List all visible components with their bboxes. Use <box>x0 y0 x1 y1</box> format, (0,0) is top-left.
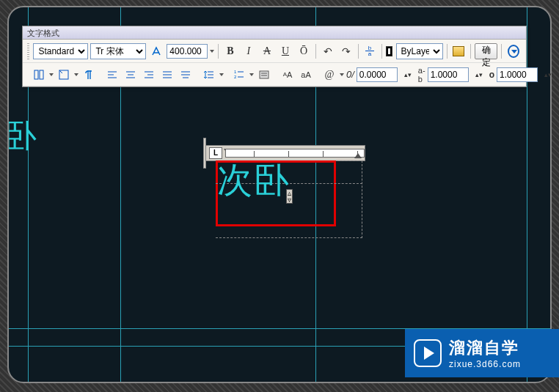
line-spacing-icon <box>203 69 215 81</box>
options-button[interactable] <box>505 43 522 59</box>
insert-field-button[interactable] <box>256 67 272 83</box>
separator <box>501 44 502 59</box>
right-indent[interactable] <box>354 153 362 158</box>
lowercase-button[interactable]: aA <box>298 67 314 83</box>
align-right-button[interactable] <box>141 67 157 83</box>
italic-button[interactable]: I <box>241 43 257 59</box>
toolbar-row-2: 12 AA aA @ 0/ ▴▾ a-b ▴▾ o ▴▾ <box>23 63 526 86</box>
mtext-content[interactable]: 次卧 <box>217 157 291 204</box>
column-resize-handle[interactable]: ▵ ▿ <box>286 189 293 204</box>
guide-line-v <box>527 7 527 382</box>
paragraph-button[interactable] <box>81 67 97 83</box>
align-center-button[interactable] <box>123 67 139 83</box>
separator <box>381 44 382 59</box>
fraction-icon: ba <box>365 45 374 56</box>
separator <box>218 44 219 59</box>
watermark-title: 溜溜自学 <box>449 337 521 359</box>
width-factor-label: o <box>489 70 494 80</box>
align-distribute-icon <box>180 69 191 81</box>
dropdown-arrow-icon[interactable] <box>49 67 54 83</box>
align-center-icon <box>125 69 136 81</box>
arrow-down-icon: ▿ <box>287 196 292 203</box>
ruler-icon <box>453 46 464 56</box>
svg-text:1: 1 <box>234 70 237 74</box>
separator <box>470 44 471 59</box>
underline-button[interactable]: U <box>277 43 293 59</box>
spinner-icon[interactable]: ▴▾ <box>540 67 556 83</box>
tracking-input[interactable] <box>428 67 469 82</box>
mtext-justify-button[interactable] <box>56 67 72 83</box>
symbol-button[interactable]: @ <box>321 67 337 83</box>
annotative-button[interactable] <box>148 43 164 59</box>
columns-button[interactable] <box>31 67 47 83</box>
spinner-icon[interactable]: ▴▾ <box>471 67 487 83</box>
separator <box>315 44 316 59</box>
align-distribute-button[interactable] <box>178 67 194 83</box>
svg-rect-26 <box>260 71 268 78</box>
annotative-icon <box>150 45 162 57</box>
align-right-icon <box>143 69 155 81</box>
oblique-label: 0/ <box>346 69 354 80</box>
dropdown-arrow-icon[interactable] <box>74 67 78 83</box>
separator <box>447 44 447 59</box>
uppercase-button[interactable]: AA <box>280 67 296 83</box>
svg-rect-1 <box>40 70 43 79</box>
oblique-input[interactable] <box>357 67 398 82</box>
svg-text:2: 2 <box>234 75 237 79</box>
line-spacing-button[interactable] <box>201 67 217 83</box>
grip-icon[interactable] <box>27 43 29 59</box>
tracking-label: a-b <box>418 66 425 84</box>
separator <box>358 44 359 59</box>
watermark: 溜溜自学 zixue.3d66.com <box>405 329 559 377</box>
svg-line-3 <box>59 70 62 73</box>
numbering-icon: 12 <box>233 69 245 81</box>
columns-icon <box>33 69 45 81</box>
text-style-select[interactable]: Standard <box>33 43 88 59</box>
text-format-toolbar: 文字格式 Standard Tr 宋体 B I A U Ō ↶ ↷ ba <box>22 26 527 87</box>
align-left-button[interactable] <box>104 67 120 83</box>
stack-button[interactable]: ba <box>362 43 378 59</box>
ruler-toggle-button[interactable] <box>450 43 467 59</box>
justify-icon <box>58 69 70 81</box>
overline-button[interactable]: Ō <box>296 43 312 59</box>
ok-button[interactable]: 确定 <box>475 43 498 59</box>
redo-button[interactable]: ↷ <box>338 43 354 59</box>
adjacent-text: 卧 <box>7 114 37 158</box>
svg-rect-0 <box>34 70 38 79</box>
align-justify-button[interactable] <box>159 67 175 83</box>
numbering-button[interactable]: 12 <box>231 67 247 83</box>
align-left-icon <box>106 69 118 81</box>
font-select[interactable]: Tr 宋体 <box>90 43 146 59</box>
mtext-editor[interactable]: L 次卧 ▵ ▿ <box>205 145 365 161</box>
watermark-url: zixue.3d66.com <box>449 359 521 369</box>
strikethrough-button[interactable]: A <box>259 43 275 59</box>
spinner-icon[interactable]: ▴▾ <box>400 67 416 83</box>
field-icon <box>258 69 270 81</box>
undo-button[interactable]: ↶ <box>320 43 336 59</box>
color-select[interactable]: ByLayer <box>396 43 443 59</box>
dropdown-arrow-icon[interactable] <box>210 43 214 59</box>
toolbar-title[interactable]: 文字格式 <box>23 26 526 40</box>
width-factor-input[interactable] <box>497 67 538 82</box>
dropdown-arrow-icon[interactable] <box>249 67 254 83</box>
color-swatch-icon <box>386 46 392 56</box>
options-icon <box>508 45 519 58</box>
text-height-input[interactable] <box>167 44 208 59</box>
bold-button[interactable]: B <box>222 43 238 59</box>
toolbar-row-1: Standard Tr 宋体 B I A U Ō ↶ ↷ ba ByLayer <box>23 40 526 63</box>
paragraph-icon <box>83 69 95 81</box>
dropdown-arrow-icon[interactable] <box>340 67 344 83</box>
play-icon <box>414 339 442 367</box>
align-justify-icon <box>161 69 173 81</box>
dropdown-arrow-icon[interactable] <box>219 67 224 83</box>
